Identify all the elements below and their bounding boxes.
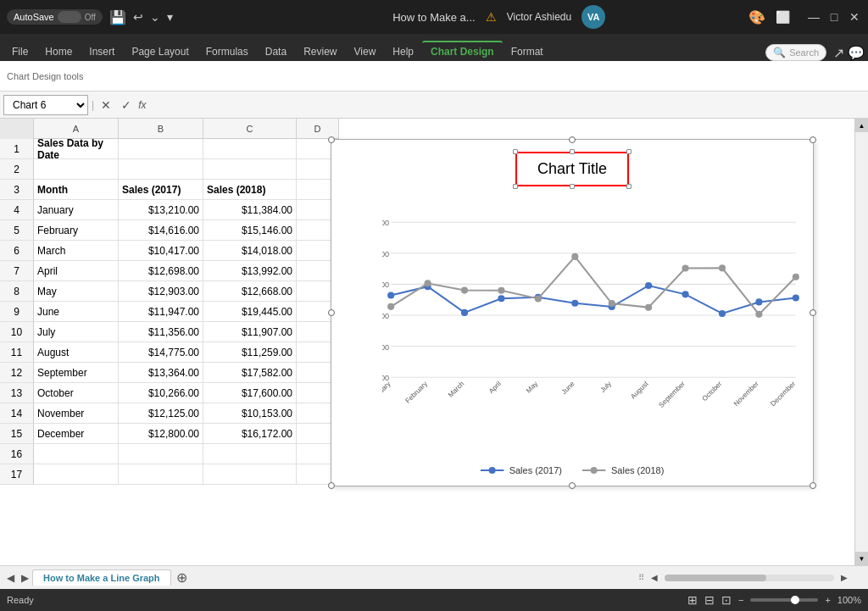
cell-r7c1[interactable]: April xyxy=(34,261,119,281)
view-page-break-icon[interactable]: ⊟ xyxy=(704,593,715,607)
minimize-button[interactable]: — xyxy=(807,10,821,24)
search-label[interactable]: Search xyxy=(789,47,819,58)
cell-r4c2[interactable]: $13,210.00 xyxy=(119,200,203,220)
maximize-button[interactable]: □ xyxy=(827,10,841,24)
handle-bm[interactable] xyxy=(569,482,576,489)
handle-bl[interactable] xyxy=(328,482,335,489)
view-normal-icon[interactable]: ⊞ xyxy=(687,593,698,607)
col-header-a[interactable]: A xyxy=(34,119,119,139)
cell-r7c2[interactable]: $12,698.00 xyxy=(119,261,203,281)
customize-icon[interactable]: ▾ xyxy=(167,10,173,24)
comments-icon[interactable]: 💬 xyxy=(848,45,865,61)
title-handle-tr[interactable] xyxy=(626,149,632,154)
cell-r2c3[interactable] xyxy=(203,159,297,180)
cell-r12c1[interactable]: September xyxy=(34,363,119,383)
cell-r3c1[interactable]: Month xyxy=(34,180,119,200)
cell-r10c2[interactable]: $11,356.00 xyxy=(119,322,203,342)
col-header-b[interactable]: B xyxy=(119,119,203,139)
close-button[interactable]: ✕ xyxy=(848,10,861,24)
restore-icon[interactable]: ⬜ xyxy=(776,10,790,24)
sheet-tab-main[interactable]: How to Make a Line Graph xyxy=(32,569,171,586)
cell-r9c3[interactable]: $19,445.00 xyxy=(203,302,297,322)
prev-sheet-button[interactable]: ◀ xyxy=(3,570,18,586)
undo-icon[interactable]: ↩ xyxy=(133,10,143,24)
tab-view[interactable]: View xyxy=(346,42,385,61)
scroll-thumb[interactable] xyxy=(665,575,766,581)
scroll-left-button[interactable]: ◀ xyxy=(648,571,661,584)
title-handle-bm[interactable] xyxy=(570,184,575,189)
cell-r12c3[interactable]: $17,582.00 xyxy=(203,363,297,383)
cell-r15c1[interactable]: December xyxy=(34,424,119,444)
cell-r14c1[interactable]: November xyxy=(34,403,119,424)
cell-r2c1[interactable] xyxy=(34,159,119,180)
cell-r1c3[interactable] xyxy=(203,139,297,159)
tab-help[interactable]: Help xyxy=(384,42,422,61)
zoom-thumb[interactable] xyxy=(791,596,799,604)
autosave-toggle[interactable] xyxy=(58,11,81,23)
tab-chart-design[interactable]: Chart Design xyxy=(422,41,503,61)
cell-r6c1[interactable]: March xyxy=(34,241,119,261)
cell-r9c1[interactable]: June xyxy=(34,302,119,322)
search-box[interactable]: 🔍 Search xyxy=(765,44,826,61)
confirm-button[interactable]: ✓ xyxy=(118,97,135,114)
scroll-down[interactable]: ▼ xyxy=(855,552,868,565)
cell-r5c3[interactable]: $15,146.00 xyxy=(203,220,297,241)
cell-r7c3[interactable]: $13,992.00 xyxy=(203,261,297,281)
cell-r11c1[interactable]: August xyxy=(34,342,119,363)
scroll-right-button[interactable]: ▶ xyxy=(837,571,851,584)
handle-ml[interactable] xyxy=(328,309,335,316)
scroll-up[interactable]: ▲ xyxy=(855,119,868,132)
cell-r2c2[interactable] xyxy=(119,159,203,180)
scrollbar-vertical[interactable]: ▲ ▼ xyxy=(854,119,868,565)
user-avatar[interactable]: VA xyxy=(581,5,605,29)
tab-format[interactable]: Format xyxy=(503,42,552,61)
cell-r12c2[interactable]: $13,364.00 xyxy=(119,363,203,383)
add-sheet-button[interactable]: ⊕ xyxy=(171,569,192,586)
handle-tm[interactable] xyxy=(569,136,576,143)
formula-input[interactable] xyxy=(149,99,865,111)
cell-r13c3[interactable]: $17,600.00 xyxy=(203,383,297,403)
view-page-layout-icon[interactable]: ⊡ xyxy=(721,593,732,607)
zoom-slider[interactable] xyxy=(750,598,818,602)
cell-r11c3[interactable]: $11,259.00 xyxy=(203,342,297,363)
cell-r8c1[interactable]: May xyxy=(34,281,119,302)
title-handle-br[interactable] xyxy=(626,184,632,189)
title-handle-bl[interactable] xyxy=(513,184,518,189)
cell-r14c2[interactable]: $12,125.00 xyxy=(119,403,203,424)
tab-review[interactable]: Review xyxy=(295,42,345,61)
chart-title-wrapper[interactable]: Chart Title xyxy=(515,152,629,186)
save-icon[interactable]: 💾 xyxy=(109,9,126,25)
chart-container[interactable]: Chart Title $25,000.00$20,000.00$15,000.… xyxy=(331,139,814,486)
name-box[interactable]: Chart 6 xyxy=(3,95,88,115)
tab-insert[interactable]: Insert xyxy=(81,42,123,61)
cell-r11c2[interactable]: $14,775.00 xyxy=(119,342,203,363)
share-icon[interactable]: ↗ xyxy=(833,45,844,61)
ribbon-display-icon[interactable]: 🎨 xyxy=(748,9,765,25)
col-header-c[interactable]: C xyxy=(203,119,297,139)
zoom-in-icon[interactable]: + xyxy=(825,595,830,605)
cell-r8c2[interactable]: $12,903.00 xyxy=(119,281,203,302)
cell-r3c3[interactable]: Sales (2018) xyxy=(203,180,297,200)
cell-r1c1[interactable]: Sales Data by Date xyxy=(34,139,119,159)
tab-data[interactable]: Data xyxy=(257,42,295,61)
cell-r6c3[interactable]: $14,018.00 xyxy=(203,241,297,261)
cell-r10c1[interactable]: July xyxy=(34,322,119,342)
cell-r6c2[interactable]: $10,417.00 xyxy=(119,241,203,261)
cell-r5c1[interactable]: February xyxy=(34,220,119,241)
title-handle-tm[interactable] xyxy=(570,149,575,154)
cell-r15c2[interactable]: $12,800.00 xyxy=(119,424,203,444)
horizontal-scrollbar[interactable] xyxy=(665,575,834,581)
cell-r4c1[interactable]: January xyxy=(34,200,119,220)
cell-r5c2[interactable]: $14,616.00 xyxy=(119,220,203,241)
handle-tl[interactable] xyxy=(328,136,335,143)
cell-r10c3[interactable]: $11,907.00 xyxy=(203,322,297,342)
cell-r8c3[interactable]: $12,668.00 xyxy=(203,281,297,302)
redo-icon[interactable]: ⌄ xyxy=(150,10,160,24)
cell-r13c1[interactable]: October xyxy=(34,383,119,403)
cell-r4c3[interactable]: $11,384.00 xyxy=(203,200,297,220)
handle-tr[interactable] xyxy=(810,136,816,143)
handle-br[interactable] xyxy=(810,482,816,489)
cancel-button[interactable]: ✕ xyxy=(97,97,114,114)
tab-home[interactable]: Home xyxy=(36,42,81,61)
zoom-level[interactable]: 100% xyxy=(837,595,861,605)
